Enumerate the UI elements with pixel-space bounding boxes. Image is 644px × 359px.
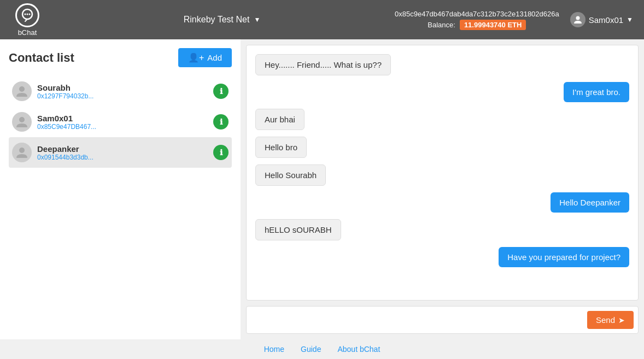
- chat-input-area: Send ➤: [246, 306, 639, 334]
- sidebar-header: Contact list 👤+ Add: [9, 48, 232, 67]
- send-icon: ➤: [618, 316, 625, 325]
- contact-avatar-sourabh: [12, 81, 32, 101]
- chat-container: Hey....... Friend..... What is up??I'm g…: [241, 39, 644, 339]
- contact-avatar-sam: [12, 112, 32, 132]
- balance-row: Balance: 11.99943740 ETH: [428, 20, 526, 30]
- balance-label: Balance:: [428, 21, 455, 29]
- network-selector[interactable]: Rinkeby Test Net ▼: [49, 15, 395, 25]
- message-input[interactable]: [251, 312, 583, 328]
- svg-point-3: [29, 13, 31, 15]
- user-section[interactable]: Sam0x01 ▼: [570, 12, 633, 27]
- contact-item-deepanker[interactable]: Deepanker 0x091544b3d3db... ℹ: [9, 137, 232, 168]
- main-layout: Contact list 👤+ Add Sourabh 0x1297F79403…: [0, 39, 644, 339]
- message-bubble: I'm great bro.: [564, 82, 629, 102]
- footer-link-guide[interactable]: Guide: [301, 345, 321, 354]
- add-button-label: Add: [207, 53, 222, 62]
- logo-text: bChat: [18, 28, 37, 37]
- message-bubble: Hello Deepanker: [551, 192, 629, 213]
- logo: bChat: [11, 3, 44, 37]
- sidebar: Contact list 👤+ Add Sourabh 0x1297F79403…: [0, 39, 241, 339]
- info-button-sam[interactable]: ℹ: [213, 114, 229, 130]
- footer-link-home[interactable]: Home: [264, 345, 284, 354]
- contact-item-sourabh[interactable]: Sourabh 0x1297F794032b... ℹ: [9, 76, 232, 107]
- svg-point-2: [27, 13, 28, 15]
- address-section: 0x85c9e47db467dab4da7c312b73c2e131802d62…: [395, 10, 559, 30]
- user-avatar-icon: [570, 12, 586, 27]
- add-contact-button[interactable]: 👤+ Add: [178, 48, 232, 67]
- network-label: Rinkeby Test Net: [184, 15, 250, 25]
- svg-point-5: [19, 86, 25, 92]
- header: bChat Rinkeby Test Net ▼ 0x85c9e47db467d…: [0, 0, 644, 39]
- contact-address-sam: 0x85C9e47DB467...: [37, 123, 213, 131]
- send-button[interactable]: Send ➤: [587, 311, 634, 329]
- contact-address-deepanker: 0x091544b3d3db...: [37, 154, 213, 161]
- message-bubble: Have you prepared for project?: [499, 247, 629, 267]
- user-name: Sam0x01: [589, 15, 623, 25]
- contact-info-deepanker: Deepanker 0x091544b3d3db...: [37, 144, 213, 161]
- contact-info-sam: Sam0x01 0x85C9e47DB467...: [37, 114, 213, 131]
- contact-info-sourabh: Sourabh 0x1297F794032b...: [37, 83, 213, 100]
- svg-point-4: [576, 16, 579, 20]
- network-dropdown-icon[interactable]: ▼: [254, 16, 260, 23]
- contact-name-sourabh: Sourabh: [37, 83, 213, 92]
- chat-messages: Hey....... Friend..... What is up??I'm g…: [246, 45, 639, 301]
- contact-list-title: Contact list: [9, 51, 74, 65]
- add-user-icon: 👤+: [188, 52, 204, 63]
- message-bubble: Hello Sourabh: [255, 164, 326, 186]
- contact-address-sourabh: 0x1297F794032b...: [37, 92, 213, 100]
- svg-point-1: [25, 13, 26, 15]
- svg-point-6: [19, 117, 25, 122]
- contact-name-deepanker: Deepanker: [37, 144, 213, 154]
- contact-avatar-deepanker: [12, 143, 32, 162]
- footer: Home Guide About bChat: [0, 339, 644, 359]
- balance-value: 11.99943740 ETH: [460, 20, 526, 30]
- contact-name-sam: Sam0x01: [37, 114, 213, 123]
- info-button-deepanker[interactable]: ℹ: [213, 145, 229, 160]
- message-bubble: hELLO sOURABH: [255, 219, 341, 240]
- logo-icon: [15, 3, 39, 27]
- user-dropdown-icon[interactable]: ▼: [627, 16, 633, 23]
- message-bubble: Hello bro: [255, 137, 307, 158]
- wallet-address: 0x85c9e47db467dab4da7c312b73c2e131802d62…: [395, 10, 559, 18]
- footer-link-about[interactable]: About bChat: [337, 345, 380, 354]
- info-button-sourabh[interactable]: ℹ: [213, 84, 229, 99]
- send-button-label: Send: [596, 315, 615, 325]
- message-bubble: Hey....... Friend..... What is up??: [255, 54, 391, 75]
- contact-item-sam[interactable]: Sam0x01 0x85C9e47DB467... ℹ: [9, 107, 232, 137]
- svg-point-7: [19, 148, 25, 153]
- message-bubble: Aur bhai: [255, 109, 305, 130]
